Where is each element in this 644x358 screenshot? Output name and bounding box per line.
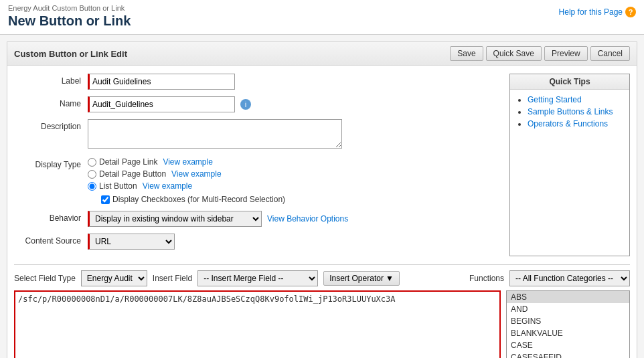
info-icon[interactable]: i [240,99,251,110]
description-field [88,119,499,151]
name-input[interactable] [88,96,235,112]
display-checkboxes-input[interactable] [101,195,110,204]
radio-list-button-input[interactable] [88,182,96,191]
description-input[interactable] [88,119,342,149]
editor-textarea[interactable]: /sfc/p/R00000008nD1/a/R000000007LK/8Z8au… [15,292,499,358]
getting-started-link[interactable]: Getting Started [528,95,582,104]
form-left: Label Name i Description [14,74,499,256]
radio-detail-link: Detail Page Link View example [88,157,499,167]
quick-tips-content: Getting Started Sample Buttons & Links O… [510,90,629,137]
cancel-button[interactable]: Cancel [590,46,630,61]
sample-buttons-link[interactable]: Sample Buttons & Links [528,107,613,116]
detail-button-example[interactable]: View example [171,169,221,179]
editor-left: /sfc/p/R00000008nD1/a/R000000007LK/8Z8au… [14,290,501,358]
bottom-section: Select Field Type Energy Audit Insert Fi… [14,264,630,358]
label-row: Label [14,74,499,90]
functions-panel: ABS AND BEGINS BLANKVALUE CASE CASESAFEI… [506,290,630,358]
bottom-controls: Select Field Type Energy Audit Insert Fi… [14,270,630,286]
function-item-case[interactable]: CASE [507,339,629,351]
preview-button[interactable]: Preview [544,46,588,61]
function-item-begins[interactable]: BEGINS [507,315,629,327]
radio-list-button: List Button View example [88,181,499,191]
functions-list: ABS AND BEGINS BLANKVALUE CASE CASESAFEI… [506,290,630,358]
page-header: Energy Audit Custom Button or Link New B… [0,0,644,35]
card-header: Custom Button or Link Edit Save Quick Sa… [7,42,637,66]
quick-tips-title: Quick Tips [510,74,629,90]
radio-group: Detail Page Link View example Detail Pag… [88,157,499,204]
behavior-field: Display in existing window with sidebar … [88,211,499,227]
label-field-label: Label [14,74,88,86]
content-source-row: Content Source URL Visualforce Page S-Co… [14,234,499,250]
label-field [88,74,499,90]
list-button-example[interactable]: View example [143,181,192,191]
checkbox-display-checkboxes: Display Checkboxes (for Multi-Record Sel… [101,195,499,204]
quick-tips-panel: Quick Tips Getting Started Sample Button… [509,74,630,256]
page-title: New Button or Link [8,13,636,29]
radio-detail-button: Detail Page Button View example [88,169,499,179]
help-link[interactable]: Help for this Page ? [559,7,636,17]
card-header-title: Custom Button or Link Edit [14,49,127,59]
behavior-field-label: Behavior [14,211,88,223]
functions-label: Functions [469,274,504,283]
content-source-field: URL Visualforce Page S-Control [88,234,499,250]
help-icon: ? [625,7,636,17]
radio-detail-button-label: Detail Page Button [99,169,166,179]
function-item-casesafeid[interactable]: CASESAFEID [507,351,629,358]
insert-field-select[interactable]: -- Insert Merge Field -- [197,270,318,286]
behavior-select[interactable]: Display in existing window with sidebar … [88,211,262,227]
content-source-field-label: Content Source [14,234,88,246]
save-button[interactable]: Save [450,46,483,61]
help-link-text: Help for this Page [559,7,623,17]
insert-operator-label: Insert Operator [329,274,384,283]
radio-detail-button-input[interactable] [88,170,96,179]
function-item-abs[interactable]: ABS [507,291,629,303]
operators-functions-link[interactable]: Operators & Functions [528,119,608,128]
card-header-actions: Save Quick Save Preview Cancel [450,46,630,61]
display-type-label: Display Type [14,157,88,169]
label-input[interactable] [88,74,235,90]
breadcrumb: Energy Audit Custom Button or Link [8,4,636,12]
behavior-row: Behavior Display in existing window with… [14,211,499,227]
editor-area: /sfc/p/R00000008nD1/a/R000000007LK/8Z8au… [14,290,630,358]
display-checkboxes-label: Display Checkboxes (for Multi-Record Sel… [112,195,285,204]
detail-link-example[interactable]: View example [163,157,212,167]
quick-save-button[interactable]: Quick Save [486,46,542,61]
main-card: Custom Button or Link Edit Save Quick Sa… [7,41,637,358]
name-field: i [88,96,499,112]
function-item-blankvalue[interactable]: BLANKVALUE [507,327,629,339]
description-field-label: Description [14,119,88,131]
radio-detail-link-input[interactable] [88,158,96,167]
radio-list-button-label: List Button [99,181,137,191]
display-type-row: Display Type Detail Page Link View examp… [14,157,499,204]
name-row: Name i [14,96,499,112]
radio-detail-link-label: Detail Page Link [99,157,157,167]
function-item-and[interactable]: AND [507,303,629,315]
name-field-label: Name [14,96,88,108]
form-area: Label Name i Description [7,66,637,264]
display-type-field: Detail Page Link View example Detail Pag… [88,157,499,204]
insert-operator-button[interactable]: Insert Operator ▼ [323,271,400,286]
select-field-type-label: Select Field Type [14,274,76,283]
description-row: Description [14,119,499,151]
insert-field-label: Insert Field [153,274,192,283]
view-behavior-link[interactable]: View Behavior Options [267,214,348,223]
insert-operator-chevron: ▼ [386,274,394,283]
select-field-type-select[interactable]: Energy Audit [81,270,147,286]
content-source-select[interactable]: URL Visualforce Page S-Control [88,234,175,250]
functions-category-select[interactable]: -- All Function Categories -- Date/Time … [509,270,630,286]
